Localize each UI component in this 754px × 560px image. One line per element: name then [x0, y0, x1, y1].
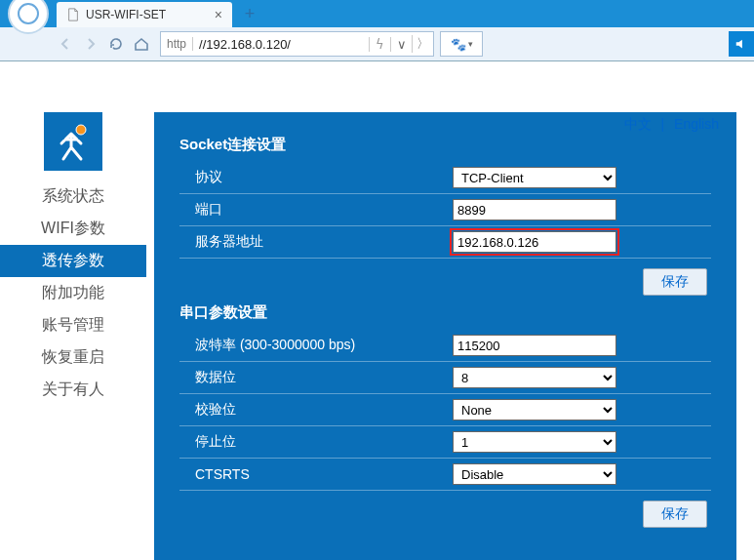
reload-icon [108, 36, 124, 52]
svg-point-1 [76, 125, 86, 135]
language-links: 中文 | English [624, 116, 719, 134]
nav-back-button[interactable] [53, 31, 78, 57]
baud-input[interactable] [453, 335, 616, 356]
stopbits-select[interactable]: 1 [453, 431, 616, 453]
stopbits-label: 停止位 [179, 433, 453, 451]
tab-bar: USR-WIFI-SET × + [0, 0, 754, 27]
page-body: 中文 | English 系统状态WIFI参数透传参数附加功能账号管理恢复重启关… [0, 61, 754, 560]
tab-title: USR-WIFI-SET [86, 8, 166, 21]
url-input[interactable] [193, 37, 369, 52]
scheme-label: http [161, 37, 193, 51]
nav-home-button[interactable] [129, 31, 154, 57]
port-input[interactable] [453, 199, 616, 220]
nav-forward-button[interactable] [78, 31, 103, 57]
parity-select[interactable]: None [453, 399, 616, 420]
sidebar-item-3[interactable]: 附加功能 [0, 277, 146, 309]
browser-chrome: USR-WIFI-SET × + http ϟ ∨ 〉 🐾▾ [0, 0, 754, 61]
paw-dropdown[interactable]: 🐾▾ [440, 31, 483, 57]
brand-logo [44, 112, 102, 171]
chevron-left-icon [58, 36, 73, 52]
svg-point-0 [19, 4, 38, 23]
protocol-select[interactable]: TCP-Client [453, 167, 616, 188]
sidebar-item-4[interactable]: 账号管理 [0, 309, 146, 341]
sidebar-item-5[interactable]: 恢复重启 [0, 341, 146, 374]
server-label: 服务器地址 [179, 233, 453, 251]
port-label: 端口 [179, 201, 453, 219]
browser-tab[interactable]: USR-WIFI-SET × [57, 2, 232, 27]
nav-bar: http ϟ ∨ 〉 🐾▾ [0, 27, 754, 60]
main-panel: Socket连接设置 协议 TCP-Client 端口 服务器地址 保存 串口参… [154, 112, 736, 560]
databits-select[interactable]: 8 [453, 367, 616, 388]
lang-separator: | [661, 116, 665, 132]
parity-label: 校验位 [179, 401, 453, 419]
nav-reload-button[interactable] [103, 31, 129, 57]
protocol-label: 协议 [179, 169, 453, 186]
tab-close-icon[interactable]: × [215, 7, 222, 22]
home-icon [134, 36, 149, 52]
socket-save-button[interactable]: 保存 [643, 268, 707, 296]
ctsrts-select[interactable]: Disable [453, 463, 616, 485]
url-dropdown-button[interactable]: ∨ [390, 37, 412, 52]
address-bar: http ϟ ∨ 〉 [160, 31, 434, 57]
speaker-icon [734, 37, 748, 51]
sidebar-item-1[interactable]: WIFI参数 [0, 213, 146, 245]
sidebar: 系统状态WIFI参数透传参数附加功能账号管理恢复重启关于有人 [0, 112, 146, 560]
page-icon [66, 8, 80, 21]
databits-label: 数据位 [179, 369, 453, 386]
ctsrts-label: CTSRTS [179, 466, 453, 482]
lang-zh-link[interactable]: 中文 [624, 116, 652, 132]
socket-section-title: Socket连接设置 [179, 136, 711, 154]
baud-label: 波特率 (300-3000000 bps) [179, 337, 453, 354]
sidebar-item-0[interactable]: 系统状态 [0, 180, 146, 213]
sidebar-item-2[interactable]: 透传参数 [0, 245, 146, 277]
lightning-icon[interactable]: ϟ [369, 37, 390, 52]
new-tab-button[interactable]: + [238, 4, 261, 23]
server-address-input[interactable] [453, 231, 616, 253]
serial-section-title: 串口参数设置 [179, 303, 711, 322]
compass-icon [17, 2, 40, 25]
serial-save-button[interactable]: 保存 [643, 500, 707, 528]
sound-button[interactable] [729, 31, 754, 57]
person-icon [52, 120, 95, 163]
chevron-right-icon [83, 36, 99, 52]
url-go-button[interactable]: 〉 [412, 35, 433, 53]
sidebar-item-6[interactable]: 关于有人 [0, 374, 146, 406]
lang-en-link[interactable]: English [674, 116, 719, 132]
